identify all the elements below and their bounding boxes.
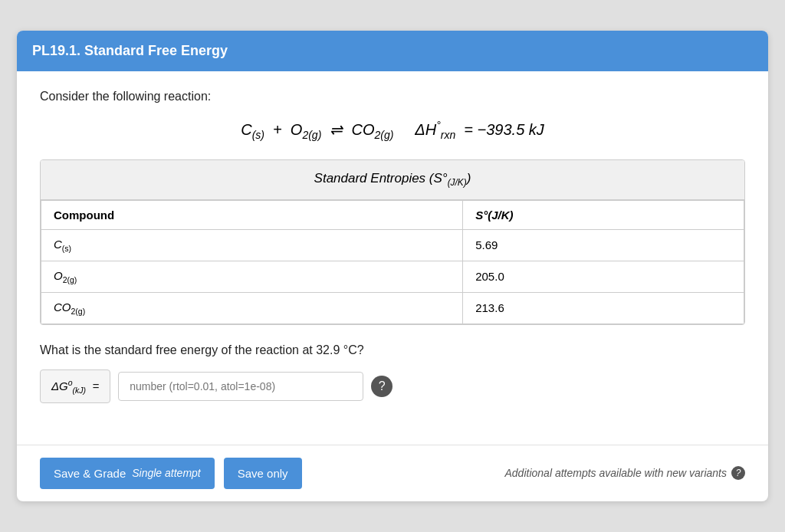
entropy-o2: 205.0 [463, 261, 744, 292]
main-card: PL19.1. Standard Free Energy Consider th… [17, 31, 768, 501]
entropy-section: Standard Entropies (S°(J/K)) Compound S°… [40, 159, 745, 324]
question-icon: ? [379, 379, 386, 393]
additional-attempts-text: Additional attempts available with new v… [505, 466, 746, 480]
chemical-equation: C(s) + O2(g) ⇌ CO2(g) ΔH°rxn = −393.5 kJ [40, 119, 745, 141]
attempt-label: Single attempt [132, 467, 201, 479]
page-title: PL19.1. Standard Free Energy [32, 43, 228, 58]
table-header-row: Compound S°(J/K) [41, 200, 744, 229]
entropy-c: 5.69 [463, 229, 744, 261]
page-header: PL19.1. Standard Free Energy [17, 31, 768, 71]
table-row: C(s) 5.69 [41, 229, 744, 261]
save-grade-label: Save & Grade [54, 467, 126, 480]
col-compound: Compound [41, 200, 463, 229]
help-button[interactable]: ? [371, 376, 392, 397]
compound-o2: O2(g) [41, 261, 463, 292]
save-grade-button[interactable]: Save & Grade Single attempt [40, 458, 215, 489]
intro-text: Consider the following reaction: [40, 90, 745, 103]
additional-attempts-label: Additional attempts available with new v… [505, 467, 728, 479]
answer-label: ΔGo(kJ) = [40, 369, 110, 403]
table-row: O2(g) 205.0 [41, 261, 744, 292]
content-area: Consider the following reaction: C(s) + … [17, 71, 768, 444]
answer-input[interactable] [118, 372, 363, 401]
info-icon[interactable]: ? [731, 466, 745, 480]
table-row: CO2(g) 213.6 [41, 292, 744, 323]
entropy-header: Standard Entropies (S°(J/K)) [41, 160, 744, 199]
footer: Save & Grade Single attempt Save only Ad… [17, 445, 768, 501]
col-entropy: S°(J/K) [463, 200, 744, 229]
entropy-co2: 213.6 [463, 292, 744, 323]
answer-row: ΔGo(kJ) = ? [40, 369, 745, 403]
compound-co2: CO2(g) [41, 292, 463, 323]
save-only-button[interactable]: Save only [224, 458, 302, 489]
compound-c: C(s) [41, 229, 463, 261]
save-only-label: Save only [238, 467, 288, 480]
entropy-table: Compound S°(J/K) C(s) 5.69 O2(g) 205.0 C… [41, 200, 744, 324]
question-text: What is the standard free energy of the … [40, 343, 745, 357]
